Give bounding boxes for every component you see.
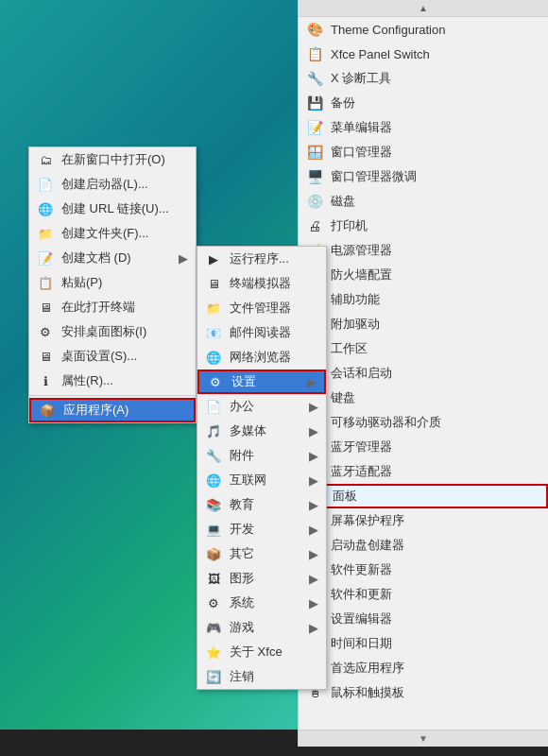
panel-item-xfce-panel-switch[interactable]: 📋Xfce Panel Switch bbox=[299, 42, 548, 66]
panel-item-startup-disk[interactable]: 💿启动盘创建器 bbox=[299, 533, 548, 558]
ctx-item-paste[interactable]: 📋粘贴(P) bbox=[29, 270, 196, 295]
sub-item-file-manager[interactable]: 📁文件管理器 bbox=[197, 296, 326, 320]
sub-item-run-program[interactable]: ▶运行程序... bbox=[197, 247, 326, 271]
education-sub-icon: 📚 bbox=[205, 496, 222, 513]
panel-item-bluetooth-adapter[interactable]: 🔵蓝牙适配器 bbox=[299, 459, 548, 484]
sub-item-games[interactable]: 🎮游戏▶ bbox=[197, 615, 326, 640]
paste-label: 粘贴(P) bbox=[61, 274, 188, 291]
panel-item-datetime[interactable]: 🕐时间和日期 bbox=[299, 631, 548, 656]
ctx-item-create-url[interactable]: 🌐创建 URL 链接(U)... bbox=[29, 197, 196, 221]
panel-item-software-update[interactable]: 📦软件和更新 bbox=[299, 582, 548, 607]
panel-item-menu-editor[interactable]: 📝菜单编辑器 bbox=[299, 115, 548, 140]
open-new-window-label: 在新窗口中打开(O) bbox=[61, 151, 188, 168]
web-browser-sub-label: 网络浏览器 bbox=[230, 349, 318, 366]
run-program-sub-icon: ▶ bbox=[205, 250, 222, 267]
ctx-item-open-new-window[interactable]: 🗂在新窗口中打开(O) bbox=[29, 147, 196, 172]
development-sub-label: 开发 bbox=[230, 521, 301, 538]
sub-item-office[interactable]: 📄办公▶ bbox=[197, 394, 326, 419]
x-diag-label: X 诊断工具 bbox=[331, 70, 540, 87]
window-manager-tweaks-icon: 🖥️ bbox=[306, 168, 323, 185]
panel-item-x-diag[interactable]: 🔧X 诊断工具 bbox=[299, 66, 548, 91]
panel-item-firewall[interactable]: 🛡防火墙配置 bbox=[299, 263, 548, 287]
sub-item-web-browser[interactable]: 🌐网络浏览器 bbox=[197, 345, 326, 369]
create-doc-arrow-icon: ▶ bbox=[179, 251, 188, 266]
panel-item-session[interactable]: 🔄会话和启动 bbox=[299, 361, 548, 386]
sub-item-multimedia[interactable]: 🎵多媒体▶ bbox=[197, 419, 326, 443]
sub-item-settings[interactable]: ⚙设置▶ bbox=[197, 369, 326, 394]
sub-item-accessories[interactable]: 🔧附件▶ bbox=[197, 443, 326, 468]
sub-item-mail-reader[interactable]: 📧邮件阅读器 bbox=[197, 320, 326, 345]
panel-item-settings-editor[interactable]: ⚙设置编辑器 bbox=[299, 607, 548, 631]
open-new-window-icon: 🗂 bbox=[37, 151, 54, 168]
ctx-item-properties[interactable]: ℹ属性(R)... bbox=[29, 369, 196, 393]
sub-item-education[interactable]: 📚教育▶ bbox=[197, 492, 326, 517]
accessories-sub-label: 附件 bbox=[230, 447, 301, 464]
scroll-down-button[interactable]: ▼ bbox=[299, 730, 548, 747]
ctx-item-open-terminal[interactable]: 🖥在此打开终端 bbox=[29, 295, 196, 319]
context-menu-left: 🗂在新窗口中打开(O)📄创建启动器(L)...🌐创建 URL 链接(U)...📁… bbox=[28, 146, 197, 423]
ctx-item-create-launcher[interactable]: 📄创建启动器(L)... bbox=[29, 172, 196, 197]
apps-icon: 📦 bbox=[39, 402, 56, 419]
panel-item-screensaver[interactable]: 🖥屏幕保护程序 bbox=[299, 508, 548, 533]
create-url-label: 创建 URL 链接(U)... bbox=[61, 200, 188, 217]
panel-item-preferred-apps[interactable]: ⭐首选应用程序 bbox=[299, 656, 548, 680]
ctx-item-apps[interactable]: 📦应用程序(A) bbox=[29, 398, 196, 422]
properties-icon: ℹ bbox=[37, 372, 54, 389]
menu-editor-label: 菜单编辑器 bbox=[331, 119, 540, 136]
theme-config-label: Theme Configuration bbox=[331, 23, 540, 37]
panel-item-workspace[interactable]: 🗂工作区 bbox=[299, 336, 548, 361]
sub-item-internet[interactable]: 🌐互联网▶ bbox=[197, 468, 326, 492]
create-folder-icon: 📁 bbox=[37, 225, 54, 242]
ctx-item-create-folder[interactable]: 📁创建文件夹(F)... bbox=[29, 221, 196, 246]
theme-config-icon: 🎨 bbox=[306, 21, 323, 38]
panel-item-theme-config[interactable]: 🎨Theme Configuration bbox=[299, 17, 548, 42]
workspace-label: 工作区 bbox=[331, 340, 540, 357]
panel-item-mouse-touchpad[interactable]: 🖱鼠标和触摸板 bbox=[299, 680, 548, 705]
x-diag-icon: 🔧 bbox=[306, 70, 323, 87]
panel-item-power-manager[interactable]: ⚡电源管理器 bbox=[299, 238, 548, 263]
backup-icon: 💾 bbox=[306, 94, 323, 112]
panel-item-keyboard[interactable]: ⌨键盘 bbox=[299, 386, 548, 410]
preferred-apps-label: 首选应用程序 bbox=[331, 660, 540, 677]
sub-item-logout[interactable]: 🔄注销 bbox=[197, 664, 326, 689]
sub-item-terminal-emulator[interactable]: 🖥终端模拟器 bbox=[197, 271, 326, 296]
settings-editor-label: 设置编辑器 bbox=[331, 610, 540, 627]
ctx-item-desktop-settings[interactable]: 🖥桌面设置(S)... bbox=[29, 344, 196, 369]
create-url-icon: 🌐 bbox=[37, 200, 54, 217]
removable-media-label: 可移动驱动器和介质 bbox=[331, 414, 540, 431]
mail-reader-sub-icon: 📧 bbox=[205, 324, 222, 341]
sub-item-development[interactable]: 💻开发▶ bbox=[197, 517, 326, 541]
logout-sub-label: 注销 bbox=[230, 668, 318, 685]
panel-item-disk[interactable]: 💿磁盘 bbox=[299, 189, 548, 214]
create-doc-icon: 📝 bbox=[37, 249, 54, 266]
panel-item-accessibility[interactable]: ♿辅助功能 bbox=[299, 287, 548, 312]
panel-item-window-manager-tweaks[interactable]: 🖥️窗口管理器微调 bbox=[299, 164, 548, 189]
other-sub-label: 其它 bbox=[230, 545, 301, 562]
about-xfce-sub-icon: ⭐ bbox=[205, 644, 222, 661]
office-sub-label: 办公 bbox=[230, 398, 301, 415]
menu-editor-icon: 📝 bbox=[306, 119, 323, 136]
sub-item-system[interactable]: ⚙系统▶ bbox=[197, 591, 326, 615]
mouse-touchpad-label: 鼠标和触摸板 bbox=[331, 684, 540, 701]
sub-item-about-xfce[interactable]: ⭐关于 Xfce bbox=[197, 640, 326, 664]
panel-item-drivers[interactable]: 💻附加驱动 bbox=[299, 312, 548, 336]
panel-item-window-manager[interactable]: 🪟窗口管理器 bbox=[299, 140, 548, 164]
sub-item-graphics[interactable]: 🖼图形▶ bbox=[197, 566, 326, 591]
scroll-up-button[interactable]: ▲ bbox=[299, 0, 548, 17]
ctx-item-create-doc[interactable]: 📝创建文档 (D)▶ bbox=[29, 246, 196, 270]
panel-item-bluetooth-manager[interactable]: 🔵蓝牙管理器 bbox=[299, 435, 548, 459]
terminal-emulator-sub-icon: 🖥 bbox=[205, 275, 222, 292]
multimedia-sub-label: 多媒体 bbox=[230, 422, 301, 439]
file-manager-sub-icon: 📁 bbox=[205, 300, 222, 317]
panel-item-removable-media[interactable]: 💽可移动驱动器和介质 bbox=[299, 410, 548, 435]
multimedia-arrow-icon: ▶ bbox=[309, 424, 318, 438]
panel-item-printer[interactable]: 🖨打印机 bbox=[299, 214, 548, 238]
panel-item-software-updater[interactable]: 🔄软件更新器 bbox=[299, 558, 548, 582]
datetime-label: 时间和日期 bbox=[331, 635, 540, 652]
system-sub-icon: ⚙ bbox=[205, 594, 222, 611]
sub-item-other[interactable]: 📦其它▶ bbox=[197, 541, 326, 566]
ctx-item-arrange-icons[interactable]: ⚙安排桌面图标(I) bbox=[29, 319, 196, 344]
panel-item-panel[interactable]: 📊面板 bbox=[299, 484, 548, 508]
accessories-sub-icon: 🔧 bbox=[205, 447, 222, 464]
panel-item-backup[interactable]: 💾备份 bbox=[299, 91, 548, 115]
